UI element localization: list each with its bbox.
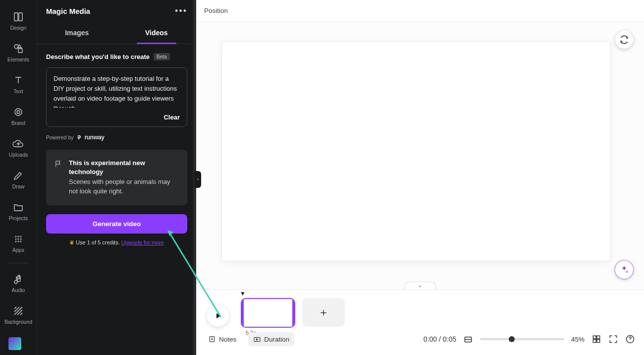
clear-button[interactable]: Clear	[163, 114, 180, 121]
rail-label: Design	[10, 25, 27, 31]
clip-resize-left[interactable]	[241, 299, 244, 327]
timecode: 0:00 / 0:05	[424, 335, 456, 343]
play-button[interactable]	[207, 305, 229, 327]
help-icon[interactable]	[625, 334, 635, 344]
prompt-section-label: Describe what you'd like to create Beta	[46, 53, 187, 60]
rail-brand[interactable]: Brand	[3, 100, 33, 132]
svg-rect-3	[18, 49, 22, 53]
beta-badge: Beta	[154, 53, 170, 60]
crown-icon: ♛	[69, 239, 74, 245]
zoom-slider-thumb[interactable]	[509, 336, 515, 342]
rail-label: Audio	[12, 287, 25, 293]
more-icon[interactable]: •••	[175, 6, 187, 16]
rail-label: Apps	[12, 247, 24, 253]
rail-label: Background	[4, 319, 32, 325]
svg-point-6	[15, 236, 16, 237]
grid-view-icon[interactable]	[591, 334, 601, 344]
tab-videos[interactable]: Videos	[117, 22, 197, 44]
position-button[interactable]: Position	[204, 7, 228, 14]
svg-point-10	[17, 238, 19, 239]
zoom-slider[interactable]	[480, 338, 564, 340]
zoom-label[interactable]: 45%	[571, 336, 585, 343]
panel-title: Magic Media	[46, 7, 90, 15]
rail-label: Text	[13, 88, 23, 94]
collapse-panel-handle[interactable]	[194, 171, 201, 188]
svg-rect-21	[597, 340, 600, 343]
notes-button[interactable]: Notes	[203, 332, 241, 346]
svg-rect-0	[14, 13, 18, 21]
generate-video-button[interactable]: Generate video	[46, 214, 187, 234]
playhead-marker[interactable]: ▼	[240, 290, 246, 297]
side-panel: Magic Media ••• Images Videos Describe w…	[37, 0, 196, 355]
rail-label: Uploads	[9, 152, 28, 158]
rail-label: Projects	[9, 215, 28, 221]
rail-audio[interactable]: Audio	[3, 267, 33, 299]
runway-logo-text: runway	[84, 134, 104, 141]
timeline: ▼ 5.0s ＋ Notes Duration 0:00 / 0:05	[196, 290, 644, 355]
svg-point-4	[15, 109, 22, 116]
svg-point-9	[15, 238, 16, 239]
info-title: This is experimental new technology	[69, 159, 179, 177]
timeline-clip[interactable]	[241, 298, 295, 328]
svg-point-12	[15, 240, 16, 242]
rail-draw[interactable]: Draw	[3, 164, 33, 195]
rail-elements[interactable]: Elements	[3, 37, 33, 68]
rail-label: Brand	[11, 120, 25, 126]
rail-design[interactable]: Design	[3, 5, 33, 37]
add-clip-button[interactable]: ＋	[302, 298, 345, 327]
svg-point-14	[20, 240, 21, 242]
rail-label: Elements	[7, 57, 29, 62]
svg-rect-19	[597, 336, 600, 339]
svg-point-13	[17, 240, 19, 242]
rail-divider	[8, 263, 28, 263]
info-box: This is experimental new technology Scen…	[46, 150, 187, 205]
svg-point-8	[20, 236, 21, 237]
rail-label: Draw	[12, 183, 25, 189]
timeline-collapse-handle[interactable]	[404, 282, 436, 290]
svg-point-5	[17, 111, 20, 114]
canvas-page[interactable]	[222, 42, 610, 261]
svg-point-11	[20, 238, 21, 239]
svg-rect-20	[593, 340, 596, 343]
tab-images[interactable]: Images	[37, 22, 117, 44]
svg-rect-15	[210, 337, 214, 342]
flag-icon	[54, 159, 63, 196]
regenerate-button[interactable]	[615, 31, 633, 49]
clip-resize-right[interactable]	[292, 299, 295, 327]
canvas-wrap	[196, 22, 644, 290]
rail-background[interactable]: Background	[3, 299, 33, 331]
left-nav-rail: Design Elements Text Brand Uploads Draw …	[0, 0, 37, 355]
view-mode-icon[interactable]	[463, 334, 473, 344]
svg-point-7	[17, 236, 19, 237]
rail-projects[interactable]: Projects	[3, 195, 33, 227]
app-chip-icon[interactable]	[8, 337, 21, 350]
svg-rect-18	[593, 336, 596, 339]
info-text: Scenes with people or animals may not lo…	[69, 178, 179, 196]
powered-by: Powered by runway	[46, 134, 187, 141]
main-area: Position ▼ 5.0s ＋ Notes	[196, 0, 644, 355]
upgrade-link[interactable]: Upgrade for more	[121, 239, 164, 245]
rail-apps[interactable]: Apps	[3, 227, 33, 259]
bottom-bar: Notes Duration 0:00 / 0:05 45%	[203, 332, 635, 346]
prompt-input[interactable]: Demonstrate a step-by-step tutorial for …	[47, 68, 187, 108]
rail-uploads[interactable]: Uploads	[3, 132, 33, 164]
assistant-button[interactable]	[615, 261, 633, 279]
runway-logo-icon	[76, 134, 82, 140]
panel-tabs: Images Videos	[37, 22, 196, 44]
duration-button[interactable]: Duration	[248, 332, 294, 346]
fullscreen-icon[interactable]	[608, 334, 618, 344]
top-toolbar: Position	[196, 0, 644, 22]
credits-text: ♛ Use 1 of 5 credits. Upgrade for more	[46, 239, 187, 246]
prompt-box: Demonstrate a step-by-step tutorial for …	[46, 67, 187, 127]
rail-text[interactable]: Text	[3, 68, 33, 100]
svg-rect-1	[19, 13, 22, 21]
